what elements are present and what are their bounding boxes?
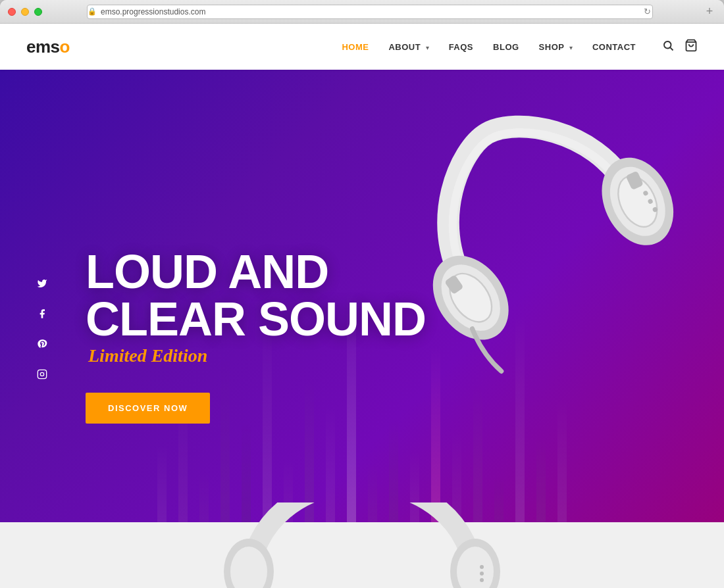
new-tab-button[interactable]: +	[703, 5, 716, 18]
svg-point-0	[664, 41, 671, 49]
lock-icon: 🔒	[88, 7, 97, 16]
hero-headline: LOUD AND CLEAR SOUND	[86, 248, 426, 343]
minimize-button[interactable]	[21, 8, 29, 16]
nav-item-about[interactable]: ABOUT ▾	[388, 41, 428, 53]
address-bar[interactable]: 🔒 emso.progressionstudios.com ↻	[87, 5, 653, 19]
instagram-icon[interactable]	[33, 365, 51, 383]
refresh-icon[interactable]: ↻	[642, 7, 652, 17]
nav-link-about[interactable]: ABOUT	[388, 42, 421, 52]
svg-rect-3	[38, 370, 46, 378]
svg-point-4	[40, 372, 43, 376]
logo[interactable]: emsο	[26, 37, 70, 57]
nav-icons	[662, 39, 698, 55]
svg-point-23	[480, 578, 484, 582]
nav-link-home[interactable]: HOME	[342, 42, 369, 52]
social-sidebar	[33, 274, 51, 383]
hero-content: LOUD AND CLEAR SOUND Limited Edition DIS…	[86, 248, 426, 424]
navbar: emsο HOME ABOUT ▾ FAQS BLOG SHOP ▾ CONTA…	[0, 24, 724, 70]
bottom-section	[0, 522, 724, 588]
nav-item-faqs[interactable]: FAQS	[449, 41, 473, 53]
nav-links: HOME ABOUT ▾ FAQS BLOG SHOP ▾ CONTACT	[342, 41, 636, 53]
website-content: emsο HOME ABOUT ▾ FAQS BLOG SHOP ▾ CONTA…	[0, 24, 724, 588]
nav-link-contact[interactable]: CONTACT	[592, 42, 636, 52]
discover-now-button[interactable]: DISCOVER NOW	[86, 393, 210, 424]
hero-headline-line2: CLEAR SOUND	[86, 293, 426, 345]
url-text: emso.progressionstudios.com	[101, 7, 205, 16]
hero-subtitle: Limited Edition	[88, 345, 426, 366]
logo-accent: ο	[60, 37, 70, 57]
browser-window: 🔒 emso.progressionstudios.com ↻ +	[0, 0, 724, 24]
search-icon[interactable]	[662, 39, 674, 55]
pinterest-icon[interactable]	[33, 335, 51, 353]
about-dropdown-arrow: ▾	[426, 44, 429, 51]
svg-point-22	[480, 572, 484, 576]
bottom-headphones-svg	[165, 502, 559, 588]
close-button[interactable]	[8, 8, 16, 16]
twitter-icon[interactable]	[33, 274, 51, 293]
nav-link-shop[interactable]: SHOP	[539, 42, 565, 52]
nav-item-shop[interactable]: SHOP ▾	[539, 41, 573, 53]
headphones-image	[382, 70, 724, 451]
browser-titlebar: 🔒 emso.progressionstudios.com ↻ +	[0, 0, 724, 24]
nav-item-contact[interactable]: CONTACT	[592, 41, 636, 53]
facebook-icon[interactable]	[33, 305, 51, 323]
nav-item-home[interactable]: HOME	[342, 41, 369, 53]
svg-point-5	[44, 372, 45, 372]
hero-section: LOUD AND CLEAR SOUND Limited Edition DIS…	[0, 70, 724, 588]
cart-icon[interactable]	[685, 39, 698, 55]
nav-item-blog[interactable]: BLOG	[493, 41, 519, 53]
svg-point-21	[480, 565, 484, 569]
maximize-button[interactable]	[34, 8, 42, 16]
nav-link-faqs[interactable]: FAQS	[449, 42, 473, 52]
hero-headline-line1: LOUD AND	[86, 245, 328, 298]
shop-dropdown-arrow: ▾	[569, 44, 573, 51]
svg-line-1	[670, 47, 673, 50]
nav-link-blog[interactable]: BLOG	[493, 42, 519, 52]
